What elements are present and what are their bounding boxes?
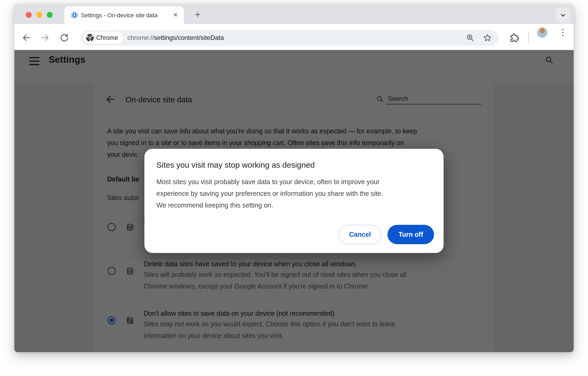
chevron-down-icon bbox=[560, 12, 566, 19]
browser-toolbar: Chrome chrome://settings/content/siteDat… bbox=[14, 24, 574, 50]
dialog-body-line: Most sites you visit probably save data … bbox=[156, 176, 380, 188]
reload-icon bbox=[60, 33, 69, 43]
tab-strip: Settings - On-device site data × + bbox=[14, 4, 574, 24]
confirmation-dialog: Sites you visit may stop working as desi… bbox=[144, 149, 444, 253]
browser-window: Settings - On-device site data × + bbox=[14, 4, 574, 352]
screenshot-root: Settings - On-device site data × + bbox=[0, 0, 588, 376]
tab-close-icon[interactable]: × bbox=[171, 10, 180, 20]
turn-off-button[interactable]: Turn off bbox=[387, 225, 434, 244]
window-close-button[interactable] bbox=[26, 12, 32, 18]
kebab-dot bbox=[562, 32, 564, 33]
site-chip-label: Chrome bbox=[96, 34, 118, 41]
toolbar-divider bbox=[528, 32, 529, 43]
dialog-body-line: We recommend keeping this setting on. bbox=[156, 199, 273, 211]
zoom-button[interactable] bbox=[464, 32, 476, 44]
kebab-dot bbox=[562, 35, 564, 36]
forward-arrow-icon bbox=[40, 33, 50, 43]
tab-settings[interactable]: Settings - On-device site data × bbox=[64, 6, 184, 24]
forward-button[interactable] bbox=[39, 32, 51, 44]
profile-avatar[interactable] bbox=[537, 27, 548, 38]
window-zoom-button[interactable] bbox=[47, 12, 53, 18]
extensions-puzzle-icon bbox=[509, 33, 519, 43]
omnibox[interactable]: Chrome chrome://settings/content/siteDat… bbox=[81, 30, 499, 46]
dialog-body-line: experience by saving your preferences or… bbox=[156, 188, 383, 199]
window-minimize-button[interactable] bbox=[36, 12, 42, 18]
zoom-in-icon bbox=[466, 33, 474, 42]
kebab-dot bbox=[562, 29, 564, 30]
back-button[interactable] bbox=[20, 32, 32, 44]
bookmark-star-icon bbox=[483, 33, 492, 42]
dialog-title: Sites you visit may stop working as desi… bbox=[156, 160, 315, 170]
extensions-button[interactable] bbox=[508, 32, 520, 44]
tab-search-button[interactable] bbox=[556, 8, 570, 22]
chrome-logo-icon bbox=[86, 34, 94, 42]
back-arrow-icon bbox=[22, 33, 31, 43]
browser-menu-button[interactable] bbox=[558, 28, 568, 37]
url-scheme: chrome:// bbox=[127, 34, 154, 41]
site-chip[interactable]: Chrome bbox=[83, 32, 123, 44]
reload-button[interactable] bbox=[59, 32, 70, 44]
new-tab-button[interactable]: + bbox=[193, 10, 202, 20]
settings-gear-favicon bbox=[71, 11, 78, 19]
bookmark-button[interactable] bbox=[482, 32, 493, 44]
url-text[interactable]: chrome://settings/content/siteData bbox=[127, 30, 224, 46]
url-path: settings/content/siteData bbox=[154, 34, 224, 41]
cancel-button[interactable]: Cancel bbox=[338, 225, 382, 244]
